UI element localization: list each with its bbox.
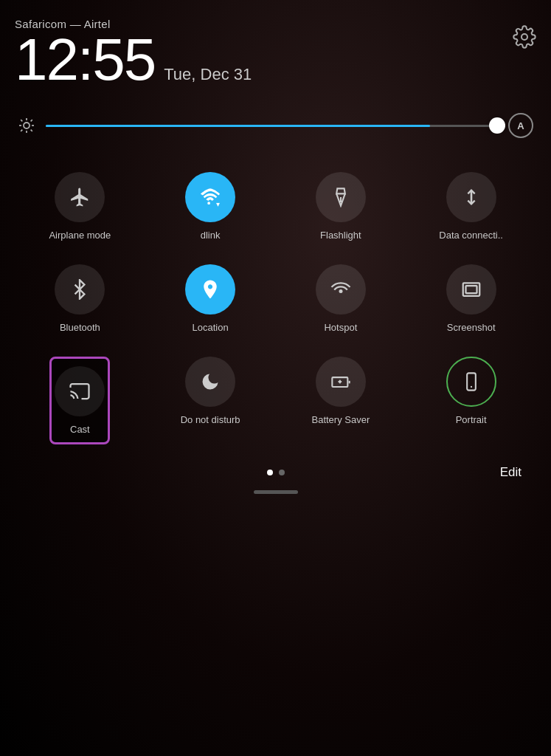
settings-icon[interactable] <box>513 18 536 49</box>
brightness-slider[interactable] <box>46 125 498 127</box>
bottom-row: Edit <box>15 455 536 483</box>
svg-line-8 <box>21 130 22 131</box>
tile-battery-saver-icon-wrap <box>316 357 366 407</box>
edit-button[interactable]: Edit <box>500 465 521 480</box>
tile-wifi[interactable]: ▾ dlink <box>145 159 276 251</box>
tile-portrait-label: Portrait <box>456 414 487 425</box>
time-row: 12:55 Tue, Dec 31 <box>15 30 252 89</box>
page-dot-2 <box>279 470 285 475</box>
tile-bluetooth-icon-wrap <box>55 264 105 315</box>
svg-point-1 <box>24 123 30 128</box>
svg-rect-21 <box>467 373 476 390</box>
tile-bluetooth[interactable]: Bluetooth <box>15 251 145 343</box>
tile-hotspot-label: Hotspot <box>324 322 357 333</box>
header: Safaricom — Airtel 12:55 Tue, Dec 31 <box>15 18 536 92</box>
tile-airplane-mode-icon-wrap <box>55 172 105 222</box>
tile-dnd-icon-wrap <box>185 357 235 407</box>
tile-location-icon-wrap <box>185 264 235 315</box>
svg-point-22 <box>470 386 471 388</box>
tile-battery-saver[interactable]: Battery Saver <box>276 343 406 455</box>
tile-hotspot[interactable]: Hotspot <box>276 251 406 343</box>
tile-cast-label: Cast <box>70 424 90 435</box>
tile-dnd[interactable]: Do not disturb <box>145 343 276 455</box>
tile-airplane-mode-label: Airplane mode <box>49 230 111 241</box>
brightness-fill <box>46 125 430 127</box>
tile-screenshot[interactable]: Screenshot <box>406 251 536 343</box>
tile-portrait-icon-wrap <box>446 357 496 407</box>
svg-line-9 <box>31 120 32 121</box>
tile-portrait[interactable]: Portrait <box>406 343 536 455</box>
tile-hotspot-icon-wrap <box>316 264 366 315</box>
tile-screenshot-icon-wrap <box>446 264 496 315</box>
clock-date: Tue, Dec 31 <box>164 65 252 84</box>
tile-battery-saver-label: Battery Saver <box>311 414 370 425</box>
tile-wifi-label: dlink <box>201 230 221 241</box>
tile-dnd-label: Do not disturb <box>181 414 240 425</box>
tile-cast[interactable]: Cast <box>15 343 145 455</box>
tile-cast-icon-wrap <box>55 366 105 416</box>
tile-screenshot-label: Screenshot <box>447 322 496 333</box>
tile-airplane-mode[interactable]: Airplane mode <box>15 159 145 251</box>
svg-line-4 <box>21 120 22 121</box>
quick-tiles-grid: Airplane mode ▾ dlink Flashlight <box>15 159 536 455</box>
clock-time: 12:55 <box>15 30 155 89</box>
auto-brightness-button[interactable]: A <box>508 113 533 138</box>
svg-rect-16 <box>465 286 477 293</box>
svg-point-0 <box>521 34 527 40</box>
brightness-thumb[interactable] <box>489 117 505 134</box>
tile-data[interactable]: Data connecti.. <box>406 159 536 251</box>
tile-location[interactable]: Location <box>145 251 276 343</box>
page-dots <box>267 470 285 475</box>
tile-location-label: Location <box>193 322 229 333</box>
page-dot-1 <box>267 470 273 475</box>
brightness-row: A <box>15 113 536 138</box>
tile-data-icon-wrap <box>446 172 496 222</box>
tile-data-label: Data connecti.. <box>439 230 503 241</box>
tile-flashlight[interactable]: Flashlight <box>276 159 406 251</box>
svg-point-14 <box>339 289 342 293</box>
svg-line-5 <box>31 130 32 131</box>
tile-bluetooth-label: Bluetooth <box>60 322 100 333</box>
tile-cast-inner: Cast <box>49 357 110 444</box>
svg-text:▾: ▾ <box>216 200 220 208</box>
handle-bar <box>254 490 298 494</box>
bottom-handle-area <box>15 483 536 494</box>
tile-flashlight-label: Flashlight <box>320 230 361 241</box>
brightness-icon <box>18 117 35 134</box>
tile-flashlight-icon-wrap <box>316 172 366 222</box>
tile-wifi-icon-wrap: ▾ <box>185 172 235 222</box>
